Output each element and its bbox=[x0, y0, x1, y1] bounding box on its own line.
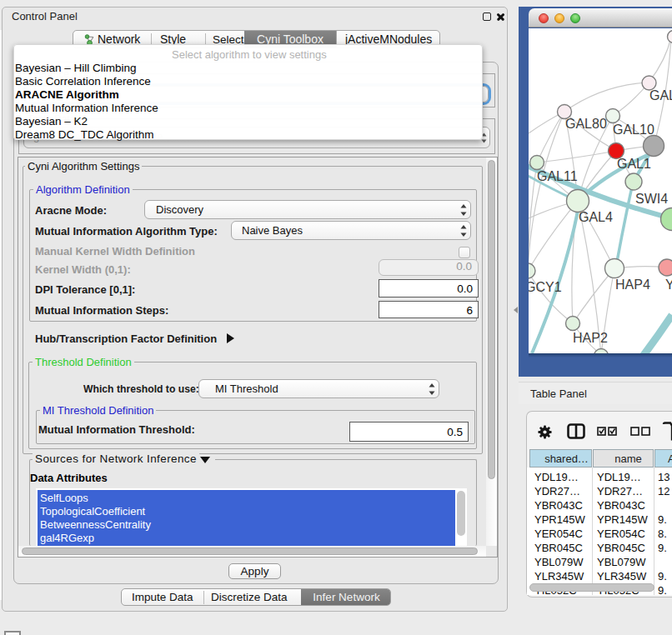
svg-text:GAL10: GAL10 bbox=[613, 122, 654, 137]
svg-text:GCY1: GCY1 bbox=[529, 280, 562, 294]
svg-text:GAL4: GAL4 bbox=[579, 210, 613, 224]
svg-text:GAL7: GAL7 bbox=[649, 88, 672, 102]
svg-text:SWI4: SWI4 bbox=[635, 192, 668, 206]
svg-text:Y: Y bbox=[665, 278, 672, 292]
svg-text:GAL11: GAL11 bbox=[537, 169, 578, 183]
svg-text:GAL1: GAL1 bbox=[617, 157, 651, 171]
svg-text:GAL80: GAL80 bbox=[565, 117, 607, 131]
svg-text:HAP4: HAP4 bbox=[615, 278, 650, 292]
svg-text:HAP2: HAP2 bbox=[573, 331, 608, 345]
